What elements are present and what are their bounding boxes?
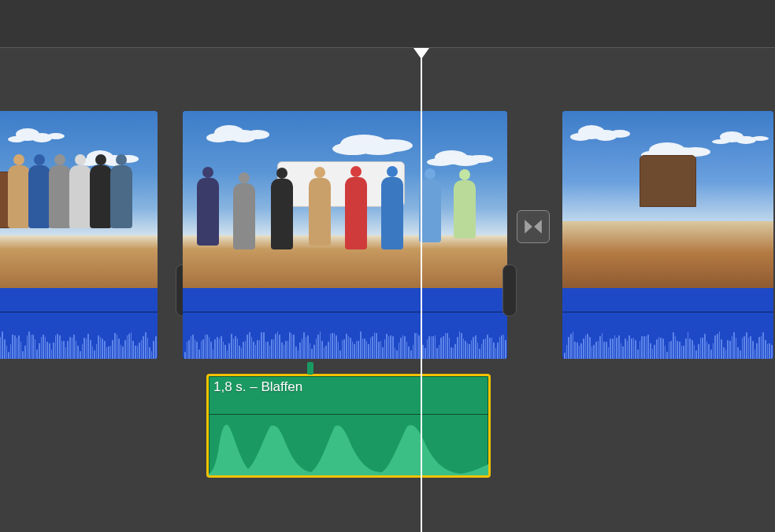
clip-thumbnail [0, 111, 158, 288]
clip-audio-waveform[interactable] [0, 288, 158, 359]
clip-trim-handle-right[interactable] [502, 264, 517, 316]
video-clip-3[interactable] [562, 111, 773, 359]
clip-audio-waveform[interactable] [183, 288, 507, 359]
clip-thumbnail [183, 111, 507, 288]
sfx-volume-line[interactable] [209, 414, 488, 415]
video-clip-2[interactable] [183, 111, 507, 359]
sfx-waveform [209, 420, 488, 475]
video-clip-1[interactable] [0, 111, 158, 359]
transition-crossfade[interactable] [517, 210, 550, 243]
transition-icon [523, 216, 543, 237]
sound-effect-label: 1,8 s. – Blaffen [213, 379, 302, 395]
toolbar-spacer [0, 0, 775, 47]
sound-effect-clip[interactable]: 1,8 s. – Blaffen [206, 374, 491, 478]
clip-audio-waveform[interactable] [562, 288, 773, 359]
clip-thumbnail [562, 111, 773, 288]
timeline[interactable]: 1,8 s. – Blaffen [0, 47, 775, 532]
sound-effect-anchor-pin[interactable] [307, 362, 313, 375]
